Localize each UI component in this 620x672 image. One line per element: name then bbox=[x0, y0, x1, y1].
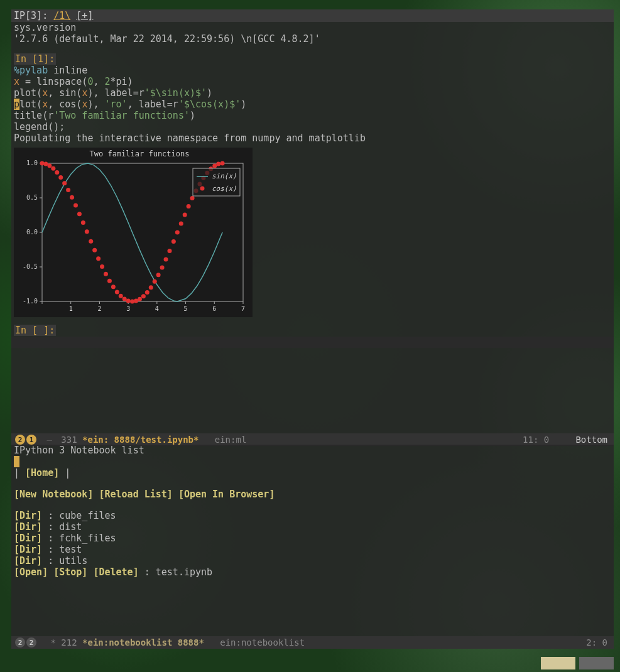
major-mode-bot: ein:notebooklist bbox=[220, 637, 305, 648]
svg-point-63 bbox=[175, 230, 180, 235]
dir-link[interactable]: [Dir] bbox=[14, 544, 42, 555]
svg-point-60 bbox=[164, 257, 168, 262]
svg-point-33 bbox=[62, 181, 67, 185]
svg-text:-0.5: -0.5 bbox=[23, 263, 38, 270]
svg-point-57 bbox=[153, 279, 157, 284]
matplotlib-chart: Two familiar functions1234567-1.0-0.50.0… bbox=[14, 148, 253, 317]
new-notebook-button[interactable]: [New Notebook] bbox=[14, 489, 93, 500]
dir-link[interactable]: [Dir] bbox=[14, 521, 42, 533]
svg-point-54 bbox=[141, 294, 146, 298]
svg-point-58 bbox=[156, 273, 161, 277]
svg-point-47 bbox=[115, 290, 119, 294]
svg-point-27 bbox=[40, 161, 45, 166]
cursor: p bbox=[14, 99, 19, 110]
svg-point-39 bbox=[85, 229, 89, 234]
dir-link[interactable]: [Dir] bbox=[14, 555, 42, 566]
svg-point-34 bbox=[66, 188, 70, 192]
cell-2[interactable]: In [ ]: bbox=[11, 325, 614, 336]
svg-point-30 bbox=[51, 166, 55, 171]
badge-window-count: 2 bbox=[15, 435, 25, 445]
svg-text:6: 6 bbox=[212, 305, 216, 312]
header-tab-new[interactable]: [+] bbox=[76, 10, 93, 21]
header-line: IP[3]: /1\ [+] bbox=[11, 9, 614, 22]
taskbar-item-1[interactable] bbox=[541, 657, 575, 669]
svg-point-29 bbox=[47, 163, 52, 168]
delete-file-button[interactable]: [Delete] bbox=[93, 566, 138, 578]
svg-point-55 bbox=[145, 290, 150, 295]
svg-point-59 bbox=[160, 265, 165, 269]
svg-point-61 bbox=[167, 249, 171, 253]
svg-point-46 bbox=[111, 285, 116, 289]
svg-text:-1.0: -1.0 bbox=[23, 298, 38, 305]
svg-point-43 bbox=[100, 264, 104, 269]
svg-text:0.0: 0.0 bbox=[26, 229, 38, 236]
svg-point-74 bbox=[216, 162, 220, 166]
cell-2-prompt: In [ ]: bbox=[14, 325, 56, 336]
svg-point-45 bbox=[107, 279, 112, 283]
cell-1[interactable]: In [1]: %pylab inline x = linspace(0, 2*… bbox=[11, 53, 614, 133]
svg-point-56 bbox=[149, 285, 153, 290]
major-mode-top: ein:ml bbox=[215, 435, 247, 445]
svg-point-38 bbox=[81, 220, 85, 225]
cursor-bot bbox=[14, 456, 19, 467]
svg-text:0.5: 0.5 bbox=[26, 194, 38, 201]
badge-window-num: 1 bbox=[26, 435, 36, 445]
svg-point-31 bbox=[55, 170, 59, 175]
sys-version-line1: sys.version bbox=[11, 22, 614, 33]
file-name: test.ipynb bbox=[156, 566, 212, 578]
buffer-name-top: *ein: 8888/test.ipynb* bbox=[82, 435, 199, 445]
notebooklist-title: IPython 3 Notebook list bbox=[14, 445, 611, 456]
svg-text:2: 2 bbox=[97, 305, 101, 312]
svg-point-53 bbox=[138, 297, 142, 301]
header-tab-1[interactable]: /1\ bbox=[53, 10, 70, 21]
svg-point-36 bbox=[73, 203, 78, 208]
modeline-bottom: 2 2 * 212 *ein:notebooklist 8888* ein:no… bbox=[11, 636, 614, 649]
buffer-name-bot: *ein:notebooklist 8888* bbox=[82, 637, 204, 648]
svg-point-75 bbox=[220, 161, 225, 166]
stop-file-button[interactable]: [Stop] bbox=[53, 566, 87, 578]
cell-2-body[interactable] bbox=[11, 337, 614, 348]
svg-text:1.0: 1.0 bbox=[26, 160, 38, 166]
svg-point-52 bbox=[134, 299, 138, 303]
svg-point-41 bbox=[92, 248, 97, 252]
badge-window-count-2: 2 bbox=[15, 637, 25, 648]
svg-point-28 bbox=[43, 161, 48, 166]
svg-text:1: 1 bbox=[69, 305, 73, 312]
cell-1-prompt: In [1]: bbox=[14, 53, 56, 65]
svg-point-42 bbox=[96, 256, 101, 261]
svg-text:sin(x): sin(x) bbox=[212, 172, 237, 180]
taskbar-item-2[interactable] bbox=[579, 657, 614, 669]
svg-point-66 bbox=[187, 204, 191, 209]
sys-version-line2: '2.7.6 (default, Mar 22 2014, 22:59:56) … bbox=[11, 33, 614, 45]
dir-link[interactable]: [Dir] bbox=[14, 533, 42, 544]
svg-text:cos(x): cos(x) bbox=[212, 185, 237, 193]
dir-link[interactable]: [Dir] bbox=[14, 510, 42, 521]
svg-point-32 bbox=[58, 175, 63, 180]
cell-1-output: Populating the interactive namespace fro… bbox=[11, 133, 614, 144]
svg-point-40 bbox=[89, 239, 93, 244]
home-link[interactable]: [Home] bbox=[25, 467, 59, 479]
emacs-top-pane: IP[3]: /1\ [+] sys.version '2.7.6 (defau… bbox=[11, 9, 614, 433]
svg-point-73 bbox=[212, 163, 217, 168]
svg-point-79 bbox=[200, 187, 205, 191]
emacs-bottom-pane: IPython 3 Notebook list | [Home] | [New … bbox=[11, 445, 614, 636]
svg-point-64 bbox=[179, 222, 183, 226]
svg-point-44 bbox=[104, 272, 108, 276]
modeline-top: 2 1 — 331 *ein: 8888/test.ipynb* ein:ml … bbox=[11, 433, 614, 446]
badge-window-num-2: 2 bbox=[26, 637, 36, 648]
svg-point-37 bbox=[77, 212, 82, 216]
svg-point-67 bbox=[190, 196, 195, 200]
svg-point-51 bbox=[130, 300, 134, 304]
reload-list-button[interactable]: [Reload List] bbox=[99, 489, 172, 500]
svg-text:5: 5 bbox=[184, 305, 188, 312]
chart-svg: Two familiar functions1234567-1.0-0.50.0… bbox=[14, 148, 253, 317]
svg-point-65 bbox=[183, 212, 187, 217]
taskbar bbox=[541, 657, 614, 672]
svg-point-62 bbox=[171, 239, 176, 244]
header-prefix: IP[3]: bbox=[14, 10, 53, 21]
svg-text:7: 7 bbox=[241, 305, 245, 312]
open-file-button[interactable]: [Open] bbox=[14, 566, 48, 578]
svg-text:3: 3 bbox=[126, 305, 130, 312]
svg-point-49 bbox=[122, 297, 127, 301]
open-in-browser-button[interactable]: [Open In Browser] bbox=[178, 489, 275, 500]
